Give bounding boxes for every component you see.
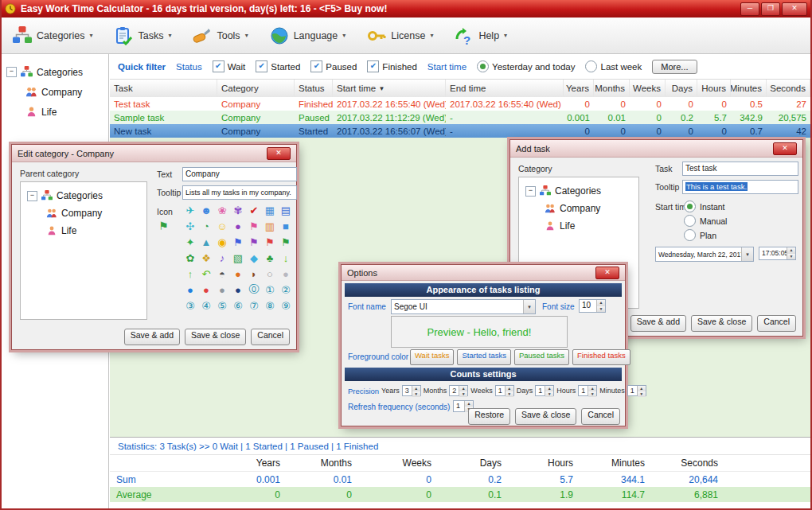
category-icon-option[interactable]: ◉ [214, 234, 230, 250]
font-size-spinner[interactable]: 10 ▲▼ [579, 299, 606, 313]
category-icon-option[interactable]: ✔ [246, 202, 262, 218]
radio-yesterday-today[interactable]: Yesterday and today [477, 60, 575, 72]
font-name-combobox[interactable]: Segoe UI ▾ [391, 299, 536, 314]
tree-expander-icon[interactable]: − [525, 186, 536, 197]
category-icon-option[interactable]: ◆ [246, 250, 262, 266]
category-icon-option[interactable]: ↓ [278, 250, 294, 266]
close-icon[interactable]: ✕ [267, 147, 291, 160]
col-hours[interactable]: Hours [697, 80, 731, 97]
save-close-button[interactable]: Save & close [185, 329, 246, 345]
paused-tasks-color-button[interactable]: Paused tasks [514, 349, 569, 365]
tree-item-life[interactable]: Life [21, 222, 146, 239]
time-spinner[interactable]: 17:05:05 ▲▼ [759, 247, 796, 260]
col-years[interactable]: Years [564, 80, 594, 97]
tree-expander-icon[interactable]: − [6, 67, 17, 77]
category-icon-option[interactable]: ♪ [214, 250, 230, 266]
cancel-button[interactable]: Cancel [251, 329, 290, 345]
category-icon-option[interactable]: ◗ [246, 266, 262, 282]
checkbox-finished[interactable]: ✔Finished [367, 60, 416, 72]
category-icon-option[interactable]: ⓪ [246, 282, 262, 298]
precision-weeks-spinner[interactable]: 1▲▼ [495, 385, 514, 396]
tree-item-life[interactable]: Life [519, 217, 638, 235]
more-button[interactable]: More... [652, 60, 697, 74]
precision-years-spinner[interactable]: 3▲▼ [402, 385, 421, 396]
tree-item-company[interactable]: Company [21, 204, 146, 222]
close-button[interactable]: ✕ [782, 2, 807, 16]
col-end-time[interactable]: End time [446, 80, 564, 97]
table-row-selected[interactable]: New task Company Started 2017.03.22 16:5… [110, 124, 810, 138]
finished-tasks-color-button[interactable]: Finished tasks [572, 349, 630, 365]
category-icon-option[interactable]: ✣ [182, 218, 198, 234]
category-icon-option[interactable]: ● [278, 266, 294, 282]
menu-help[interactable]: ? Help ▾ [455, 26, 507, 45]
category-icon-option[interactable]: ⚑ [262, 234, 278, 250]
category-icon-option[interactable]: ⑤ [214, 298, 230, 313]
col-weeks[interactable]: Weeks [630, 80, 666, 97]
category-icon-option[interactable]: ♣ [262, 250, 278, 266]
category-icon-option[interactable]: ● [214, 282, 230, 298]
precision-months-spinner[interactable]: 2▲▼ [449, 385, 468, 396]
maximize-button[interactable]: ❐ [761, 2, 780, 16]
cancel-button[interactable]: Cancel [757, 315, 796, 332]
minimize-button[interactable]: ─ [740, 2, 759, 16]
category-icon-option[interactable]: ⚑ [246, 234, 262, 250]
category-icon-option[interactable]: ○ [262, 266, 278, 282]
close-icon[interactable]: ✕ [595, 267, 619, 279]
category-icon-option[interactable]: ✾ [230, 202, 246, 218]
menu-language[interactable]: Language ▾ [270, 26, 346, 45]
category-icon-option[interactable]: ☺ [214, 218, 230, 234]
category-icon-option[interactable]: ✈ [182, 202, 198, 218]
category-icon-option[interactable]: ● [182, 282, 198, 298]
category-icon-option[interactable]: ① [262, 282, 278, 298]
menu-tasks[interactable]: Tasks ▾ [114, 26, 171, 45]
category-icon-option[interactable]: ✦ [182, 234, 198, 250]
category-icon-option[interactable]: ↑ [182, 266, 198, 282]
sidebar-item-categories[interactable]: − Categories [0, 62, 108, 82]
sidebar-item-company[interactable]: Company [0, 82, 108, 102]
save-add-button[interactable]: Save & add [124, 329, 180, 345]
category-icon-option[interactable]: ◔ [198, 218, 214, 234]
col-category[interactable]: Category [217, 80, 295, 97]
cancel-button[interactable]: Cancel [581, 408, 620, 425]
category-icon-option[interactable]: ● [230, 266, 246, 282]
table-row[interactable]: Sample task Company Paused 2017.03.22 11… [110, 111, 810, 124]
category-icon-option[interactable]: ❀ [214, 202, 230, 218]
category-icon-option[interactable]: ▧ [230, 250, 246, 266]
category-icon-option[interactable]: ③ [182, 298, 198, 313]
tree-expander-icon[interactable]: − [27, 191, 37, 201]
text-input[interactable]: Company [182, 167, 297, 181]
category-icon-option[interactable]: ■ [278, 218, 294, 234]
category-icon-option[interactable]: ② [278, 282, 294, 298]
close-icon[interactable]: ✕ [773, 142, 797, 155]
category-icon-option[interactable]: ⑨ [278, 298, 294, 313]
category-icon-option[interactable]: ⚑ [278, 234, 294, 250]
category-icon-option[interactable]: ↶ [198, 266, 214, 282]
save-add-button[interactable]: Save & add [630, 315, 686, 332]
category-icon-option[interactable]: ▲ [198, 234, 214, 250]
precision-hours-spinner[interactable]: 1▲▼ [578, 385, 597, 396]
sidebar-item-life[interactable]: Life [0, 102, 108, 122]
category-icon-option[interactable]: ◓ [214, 266, 230, 282]
menu-tools[interactable]: Tools ▾ [193, 26, 248, 45]
category-icon-option[interactable]: ▥ [262, 218, 278, 234]
checkbox-wait[interactable]: ✔Wait [213, 60, 246, 72]
combo-caret-icon[interactable]: ▾ [741, 247, 753, 261]
category-icon-option[interactable]: ● [230, 282, 246, 298]
col-start-time[interactable]: Start time ▼ [333, 80, 446, 97]
category-icon-option[interactable]: ● [230, 218, 246, 234]
category-icon-option[interactable]: ☻ [198, 202, 214, 218]
category-icon-option[interactable]: ④ [198, 298, 214, 313]
combo-caret-icon[interactable]: ▾ [523, 300, 535, 313]
category-icon-option[interactable]: ⚑ [230, 234, 246, 250]
task-input[interactable]: Test task [682, 162, 798, 176]
menu-license[interactable]: License ▾ [367, 26, 433, 45]
col-minutes[interactable]: Minutes [731, 80, 767, 97]
tree-item-categories[interactable]: − Categories [21, 187, 146, 204]
radio-plan[interactable]: Plan [684, 229, 716, 241]
date-picker[interactable]: Wednesday, March 22, 2017 ▾ [655, 247, 754, 262]
checkbox-started[interactable]: ✔Started [256, 60, 300, 72]
table-row[interactable]: Test task Company Finished 2017.03.22 16… [110, 97, 810, 111]
radio-manual[interactable]: Manual [684, 215, 727, 227]
col-months[interactable]: Months [594, 80, 630, 97]
category-icon-option[interactable]: ▤ [278, 202, 294, 218]
